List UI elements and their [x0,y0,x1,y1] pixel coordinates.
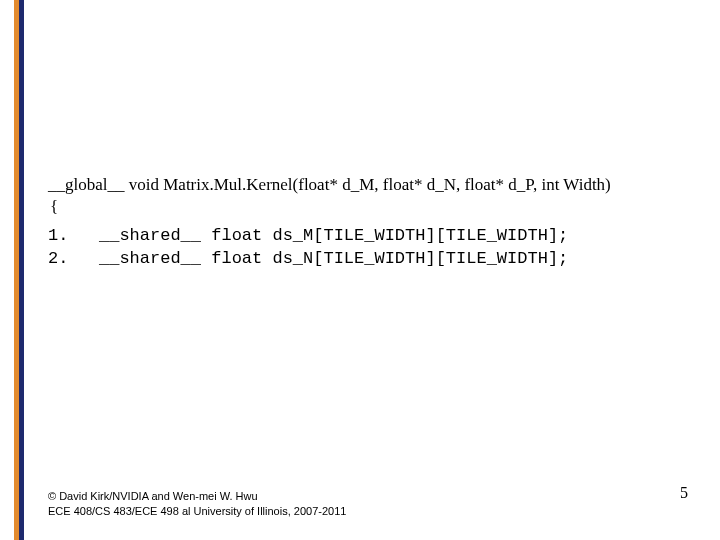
footer-copyright: © David Kirk/NVIDIA and Wen-mei W. Hwu E… [48,489,346,518]
side-accent-bars [14,0,24,540]
function-declaration: __global__ void Matrix.Mul.Kernel(float*… [48,174,700,195]
footer-line-1: © David Kirk/NVIDIA and Wen-mei W. Hwu [48,489,346,503]
page-number: 5 [680,484,688,502]
code-line-1: 1. __shared__ float ds_M[TILE_WIDTH][TIL… [48,226,568,245]
opening-brace: { [50,197,700,217]
code-line-2: 2. __shared__ float ds_N[TILE_WIDTH][TIL… [48,249,568,268]
accent-bar-navy [19,0,24,540]
code-block: 1. __shared__ float ds_M[TILE_WIDTH][TIL… [48,225,700,271]
slide-content: __global__ void Matrix.Mul.Kernel(float*… [48,174,700,271]
footer-line-2: ECE 408/CS 483/ECE 498 al University of … [48,504,346,518]
slide-container: __global__ void Matrix.Mul.Kernel(float*… [0,0,720,540]
